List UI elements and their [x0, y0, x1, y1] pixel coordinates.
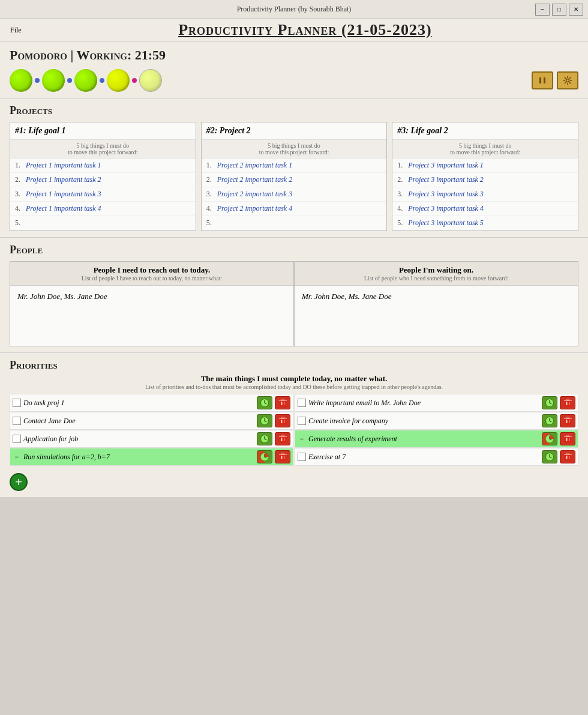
- pomodoro-circle-5[interactable]: [139, 69, 162, 92]
- minimize-button[interactable]: −: [535, 4, 550, 16]
- pomodoro-dot-3: [100, 78, 104, 83]
- add-priority-button[interactable]: +: [10, 473, 28, 491]
- add-priority-container: +: [10, 469, 578, 491]
- priority-left-2-checkbox[interactable]: [13, 417, 21, 425]
- priority-left-4-text: Run simulations for a=2, b=7: [23, 453, 254, 462]
- priority-left-4-dash[interactable]: −: [13, 453, 21, 461]
- project-3-task-2[interactable]: 2.Project 3 important task 2: [392, 173, 578, 187]
- pomodoro-circle-4[interactable]: [107, 69, 130, 92]
- priority-left-3-checkbox[interactable]: [13, 435, 21, 443]
- priority-left-2-timer[interactable]: [257, 414, 272, 427]
- priority-right-4-checkbox[interactable]: [298, 453, 306, 461]
- project-3-subtitle: 5 big things I must doto move this proje…: [392, 139, 578, 158]
- priority-left-4-delete[interactable]: [275, 450, 290, 463]
- project-1-task-2[interactable]: 2.Project 1 important task 2: [10, 173, 196, 187]
- project-2-num: #2:: [206, 126, 218, 135]
- priority-left-3-timer[interactable]: [257, 432, 272, 445]
- project-1-subtitle: 5 big things I must doto move this proje…: [10, 139, 196, 158]
- people-grid: People I need to reach out to today. Lis…: [10, 261, 578, 346]
- project-3-task-3[interactable]: 3.Project 3 important task 3: [392, 187, 578, 202]
- pause-button[interactable]: [532, 71, 553, 89]
- project-3-header: #3: Life goal 2: [392, 122, 578, 139]
- people-reach-out-title: People I need to reach out to today.: [14, 265, 290, 275]
- project-3-num: #3:: [397, 126, 409, 135]
- project-3-task-4[interactable]: 4.Project 3 important task 4: [392, 202, 578, 216]
- projects-title: Projects: [10, 104, 578, 117]
- priority-right-2-delete[interactable]: [560, 414, 575, 427]
- trash-icon: [564, 453, 572, 461]
- priority-right-1-text: Write important email to Mr. John Doe: [308, 399, 539, 408]
- project-1-task-4[interactable]: 4.Project 1 important task 4: [10, 202, 196, 216]
- svg-line-10: [565, 82, 566, 83]
- people-reach-out-card: People I need to reach out to today. Lis…: [10, 261, 294, 346]
- pomodoro-controls: [532, 71, 578, 89]
- pomodoro-circle-1[interactable]: [10, 69, 32, 92]
- project-2-task-4[interactable]: 4.Project 2 important task 4: [202, 202, 387, 216]
- priority-right-4-delete[interactable]: [560, 450, 575, 463]
- priority-right-4-timer[interactable]: [542, 450, 557, 463]
- settings-button[interactable]: [557, 71, 578, 89]
- people-waiting-content[interactable]: Mr. John Doe, Ms. Jane Doe: [295, 286, 578, 346]
- priority-right-3-text: Generate results of experiment: [308, 435, 539, 444]
- file-menu[interactable]: File: [5, 24, 27, 37]
- clock-half-icon: [545, 434, 554, 444]
- clock-icon: [260, 416, 269, 426]
- project-1-task-5[interactable]: 5.: [10, 216, 196, 231]
- svg-point-2: [566, 79, 569, 82]
- project-2-task-1[interactable]: 1.Project 2 important task 1: [202, 158, 387, 173]
- people-waiting-header: People I'm waiting on. List of people wh…: [295, 262, 578, 286]
- project-2-task-5[interactable]: 5.: [202, 216, 387, 231]
- people-waiting-card: People I'm waiting on. List of people wh…: [294, 261, 578, 346]
- priority-right-1: Write important email to Mr. John Doe: [295, 394, 578, 412]
- priority-left-3-text: Application for job: [23, 435, 254, 444]
- priority-left-3: Application for job: [10, 430, 293, 448]
- trash-icon: [564, 417, 572, 425]
- pomodoro-circle-2[interactable]: [42, 69, 65, 92]
- priority-right-3-delete[interactable]: [560, 432, 575, 445]
- project-2-name[interactable]: Project 2: [220, 126, 251, 135]
- pomodoro-title: Pomodoro | Working: 21:59: [10, 47, 578, 63]
- priority-right-2-checkbox[interactable]: [298, 417, 306, 425]
- priority-left-4-timer[interactable]: [257, 450, 272, 463]
- project-3-task-1[interactable]: 1.Project 3 important task 1: [392, 158, 578, 173]
- menu-bar: File Productivity Planner (21-05-2023): [0, 19, 588, 41]
- project-3-task-5[interactable]: 5.Project 3 important task 5: [392, 216, 578, 231]
- pomodoro-dot-4: [132, 78, 137, 83]
- people-waiting-title: People I'm waiting on.: [298, 265, 574, 275]
- people-reach-out-content[interactable]: Mr. John Doe, Ms. Jane Doe: [10, 286, 293, 346]
- priority-right-3-dash[interactable]: −: [298, 435, 306, 443]
- pomodoro-dot-2: [67, 78, 72, 83]
- maximize-button[interactable]: □: [552, 4, 566, 16]
- priority-right-2-timer[interactable]: [542, 414, 557, 427]
- project-2-task-2[interactable]: 2.Project 2 important task 2: [202, 173, 387, 187]
- people-waiting-subtitle: List of people who I need something from…: [298, 275, 574, 282]
- priority-right-1-timer[interactable]: [542, 396, 557, 409]
- priority-right-1-checkbox[interactable]: [298, 399, 306, 407]
- priority-right-1-delete[interactable]: [560, 396, 575, 409]
- project-2-task-3[interactable]: 3.Project 2 important task 3: [202, 187, 387, 202]
- project-1-task-3[interactable]: 3.Project 1 important task 3: [10, 187, 196, 202]
- project-3-name[interactable]: Life goal 2: [411, 126, 448, 135]
- priority-left-1-delete[interactable]: [275, 396, 290, 409]
- priority-left-1: Do task proj 1: [10, 394, 293, 412]
- pomodoro-section: Pomodoro | Working: 21:59: [0, 41, 588, 98]
- trash-icon: [279, 435, 287, 443]
- priority-left-2-delete[interactable]: [275, 414, 290, 427]
- projects-section: Projects #1: Life goal 1 5 big things I …: [0, 98, 588, 238]
- project-1-num: #1:: [15, 126, 26, 135]
- priority-right-3-timer[interactable]: [542, 432, 557, 445]
- priority-left-3-delete[interactable]: [275, 432, 290, 445]
- priority-left-1-checkbox[interactable]: [13, 399, 21, 407]
- people-reach-out-header: People I need to reach out to today. Lis…: [10, 262, 293, 286]
- project-1-task-1[interactable]: 1.Project 1 important task 1: [10, 158, 196, 173]
- priorities-sub2: List of priorities and to-dos that must …: [10, 384, 578, 390]
- close-button[interactable]: ✕: [569, 4, 583, 16]
- priority-right-4-text: Exercise at 7: [308, 453, 539, 462]
- project-1-name[interactable]: Life goal 1: [28, 126, 65, 135]
- people-section: People People I need to reach out to tod…: [0, 238, 588, 353]
- priority-left-1-text: Do task proj 1: [23, 399, 254, 408]
- settings-icon: [563, 76, 572, 85]
- pomodoro-circle-3[interactable]: [74, 69, 97, 92]
- priorities-subtitle: The main things I must complete today, n…: [10, 374, 578, 384]
- priority-left-1-timer[interactable]: [257, 396, 272, 409]
